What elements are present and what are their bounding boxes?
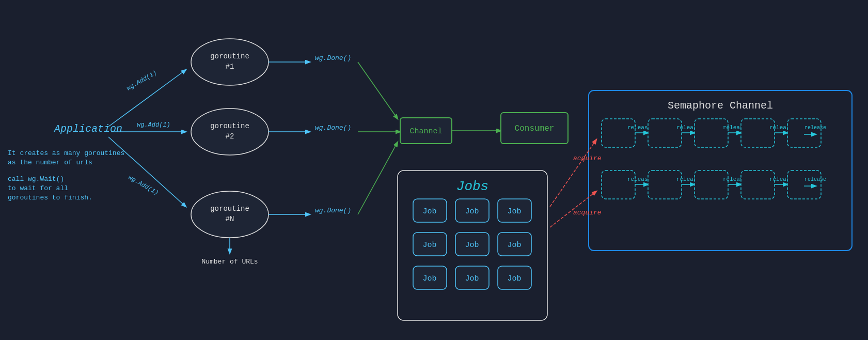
acquire1-label: acquire: [573, 154, 602, 162]
svg-text:release: release: [804, 125, 826, 131]
svg-text:Job: Job: [507, 207, 521, 216]
svg-text:Job: Job: [465, 207, 479, 216]
wg-done1: wg.Done(): [315, 54, 351, 62]
goroutineN-label: goroutine: [210, 205, 249, 213]
svg-rect-61: [741, 171, 775, 199]
wg-doneN: wg.Done(): [315, 207, 351, 214]
desc-line2: as the number of urls: [8, 159, 92, 166]
goroutine2-label: goroutine: [210, 122, 249, 130]
goroutine1-label: goroutine: [210, 52, 249, 60]
svg-text:release: release: [627, 176, 651, 182]
svg-rect-37: [602, 119, 635, 147]
svg-text:release: release: [804, 177, 826, 182]
svg-text:release: release: [627, 125, 651, 131]
channel-label: Channel: [409, 127, 442, 136]
svg-rect-52: [602, 171, 635, 199]
svg-rect-40: [648, 119, 682, 147]
svg-text:Job: Job: [507, 241, 521, 250]
desc-line3: call wg.Wait(): [8, 175, 64, 183]
svg-rect-58: [695, 171, 728, 199]
wg-done2: wg.Done(): [315, 124, 351, 132]
application-label: Application: [53, 123, 122, 135]
number-of-urls: Number of URLs: [201, 258, 258, 266]
svg-text:Job: Job: [507, 274, 521, 283]
wg-add1-mid: wg.Add(1): [137, 121, 170, 129]
desc-line5: goroutines to finish.: [8, 194, 92, 202]
svg-text:Job: Job: [422, 207, 436, 216]
jobs-title: Jobs: [456, 179, 488, 194]
acquire2-label: acquire: [573, 209, 602, 217]
desc-line4: to wait for all: [8, 184, 68, 192]
svg-rect-43: [695, 119, 728, 147]
consumer-label: Consumer: [515, 124, 555, 133]
svg-point-5: [191, 109, 269, 155]
svg-rect-64: [787, 171, 821, 199]
svg-text:Job: Job: [422, 241, 436, 250]
svg-rect-55: [648, 171, 682, 199]
svg-rect-46: [741, 119, 775, 147]
goroutine1-num: #1: [226, 63, 234, 71]
svg-rect-49: [787, 119, 821, 147]
main-diagram: Application It creates as many goroutine…: [0, 0, 868, 340]
svg-point-6: [191, 191, 269, 238]
goroutine2-num: #2: [226, 132, 234, 141]
svg-text:Job: Job: [465, 241, 479, 250]
svg-text:Job: Job: [422, 274, 436, 283]
goroutineN-num: #N: [226, 215, 234, 223]
svg-text:Job: Job: [465, 274, 479, 283]
semaphore-title: Semaphore Channel: [668, 100, 773, 112]
desc-line1: It creates as many goroutines: [8, 149, 124, 157]
svg-point-4: [191, 39, 269, 85]
